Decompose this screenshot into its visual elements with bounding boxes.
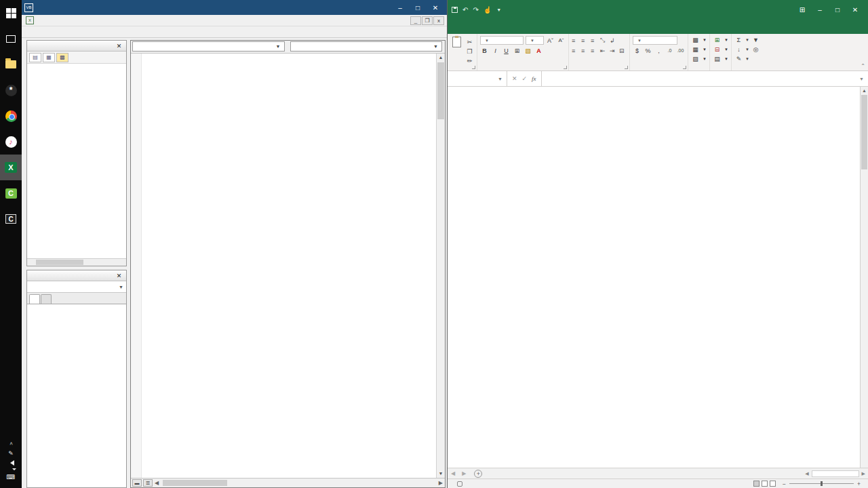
capture-button[interactable]: C bbox=[0, 206, 22, 232]
vba-titlebar[interactable]: VB – □ ✕ bbox=[22, 0, 447, 15]
merge-center-icon[interactable]: ⊟ bbox=[619, 47, 627, 54]
increase-indent-icon[interactable]: ⇥ bbox=[610, 47, 617, 54]
new-sheet-button[interactable]: + bbox=[474, 470, 482, 478]
align-right-icon[interactable]: ≡ bbox=[591, 47, 598, 54]
full-module-view-icon[interactable]: ☰ bbox=[143, 479, 153, 487]
camtasia-button[interactable]: C bbox=[0, 180, 22, 206]
scrollbar-thumb[interactable] bbox=[163, 480, 227, 486]
file-explorer-button[interactable] bbox=[0, 52, 22, 77]
tray-keyboard-icon[interactable]: ⌨ bbox=[5, 474, 16, 481]
scroll-up-icon[interactable]: ▲ bbox=[861, 87, 868, 94]
macro-record-icon[interactable] bbox=[457, 481, 462, 487]
italic-button[interactable]: I bbox=[491, 46, 500, 55]
fill-icon[interactable]: ↓ bbox=[734, 45, 743, 54]
name-box[interactable]: ▼ bbox=[448, 71, 507, 86]
ribbon-display-options-icon[interactable]: ⊞ bbox=[793, 3, 811, 16]
asterisk-app-button[interactable]: * bbox=[0, 77, 22, 103]
comma-style-icon[interactable]: , bbox=[654, 46, 663, 55]
dialog-launcher-icon[interactable] bbox=[683, 66, 686, 69]
page-layout-view-icon[interactable] bbox=[762, 481, 768, 487]
itunes-button[interactable]: ♪ bbox=[0, 129, 22, 155]
font-size-combo[interactable]: ▼ bbox=[526, 36, 544, 45]
zoom-in-icon[interactable]: + bbox=[857, 481, 861, 487]
qat-customize-icon[interactable]: ▼ bbox=[496, 7, 501, 12]
tray-expand-icon[interactable]: > bbox=[5, 440, 16, 447]
view-object-icon[interactable]: ▦ bbox=[43, 53, 55, 62]
properties-panel-header[interactable]: ✕ bbox=[27, 270, 126, 281]
view-code-icon[interactable]: ▤ bbox=[29, 53, 41, 62]
vba-close-button[interactable]: ✕ bbox=[427, 1, 444, 14]
align-left-icon[interactable]: ≡ bbox=[572, 47, 579, 54]
vba-minimize-button[interactable]: – bbox=[391, 1, 409, 14]
code-vscrollbar[interactable]: ▲ ▼ bbox=[436, 54, 445, 478]
zoom-control[interactable]: − + bbox=[783, 481, 864, 487]
dialog-launcher-icon[interactable] bbox=[472, 66, 475, 69]
align-middle-icon[interactable]: ≡ bbox=[581, 37, 589, 44]
insert-function-icon[interactable]: fx bbox=[532, 75, 536, 82]
paste-button[interactable] bbox=[450, 36, 463, 65]
project-panel-header[interactable]: ✕ bbox=[27, 41, 126, 52]
find-select-icon[interactable]: ◎ bbox=[751, 45, 760, 54]
grid-vscrollbar[interactable]: ▲ bbox=[860, 87, 868, 468]
decrease-indent-icon[interactable]: ⇤ bbox=[600, 47, 608, 54]
expand-formula-bar-icon[interactable]: ▼ bbox=[859, 77, 868, 81]
page-break-view-icon[interactable] bbox=[770, 481, 776, 487]
sheet-nav-right-icon[interactable]: ▶ bbox=[458, 470, 469, 476]
chrome-button[interactable] bbox=[0, 103, 22, 129]
mdi-minimize-button[interactable]: _ bbox=[410, 16, 421, 25]
copy-icon[interactable]: ❐ bbox=[465, 47, 474, 56]
mdi-close-button[interactable]: x bbox=[433, 16, 444, 25]
scroll-up-icon[interactable]: ▲ bbox=[437, 54, 445, 62]
tab-categorized[interactable] bbox=[41, 294, 52, 304]
shrink-font-icon[interactable]: Aˇ bbox=[557, 36, 566, 45]
procedure-view-icon[interactable]: ▬ bbox=[132, 479, 142, 487]
save-icon[interactable] bbox=[452, 7, 458, 13]
scrollbar-thumb[interactable] bbox=[861, 95, 867, 169]
redo-icon[interactable]: ↷ bbox=[473, 6, 478, 14]
align-center-icon[interactable]: ≡ bbox=[581, 47, 589, 54]
worksheet-grid[interactable] bbox=[448, 87, 860, 468]
cut-icon[interactable]: ✂ bbox=[465, 37, 474, 46]
orientation-icon[interactable]: ⤡ bbox=[600, 37, 608, 44]
underline-button[interactable]: U bbox=[502, 46, 511, 55]
start-button[interactable] bbox=[0, 0, 22, 26]
project-panel-close-icon[interactable]: ✕ bbox=[115, 43, 123, 49]
sheet-nav-left-icon[interactable]: ◀ bbox=[448, 470, 458, 476]
clear-icon[interactable]: ✎ bbox=[734, 55, 743, 64]
insert-cells-button[interactable]: ⊞▼ bbox=[713, 36, 728, 45]
properties-panel-close-icon[interactable]: ✕ bbox=[115, 272, 123, 279]
cancel-icon[interactable]: ✕ bbox=[512, 75, 517, 82]
scroll-left-icon[interactable]: ◀ bbox=[153, 480, 159, 486]
undo-icon[interactable]: ↶ bbox=[462, 6, 468, 14]
scroll-right-icon[interactable]: ▶ bbox=[439, 480, 445, 486]
tray-volume-icon[interactable] bbox=[5, 460, 16, 467]
task-view-button[interactable] bbox=[0, 26, 22, 52]
project-tree-hscrollbar[interactable] bbox=[27, 258, 126, 266]
font-name-combo[interactable]: ▼ bbox=[480, 36, 524, 45]
format-painter-icon[interactable]: ✏ bbox=[465, 56, 474, 65]
format-cells-button[interactable]: ▤▼ bbox=[713, 55, 728, 64]
object-dropdown[interactable]: ▼ bbox=[132, 41, 285, 52]
conditional-formatting-button[interactable]: ▩▼ bbox=[691, 36, 707, 45]
wrap-text-icon[interactable]: ↲ bbox=[610, 37, 617, 44]
dialog-launcher-icon[interactable] bbox=[564, 66, 567, 69]
object-selector[interactable]: ▼ bbox=[27, 281, 126, 293]
format-as-table-button[interactable]: ▦▼ bbox=[691, 45, 707, 54]
tab-alphabetic[interactable] bbox=[29, 294, 40, 304]
accounting-format-icon[interactable]: $ bbox=[633, 46, 642, 55]
grid-hscrollbar[interactable]: ◀ ▶ bbox=[804, 468, 868, 479]
toggle-folders-icon[interactable]: ▩ bbox=[56, 53, 68, 62]
tray-pen-icon[interactable]: ✎ bbox=[5, 450, 16, 457]
borders-icon[interactable]: ⊞ bbox=[513, 46, 521, 55]
delete-cells-button[interactable]: ⊟▼ bbox=[713, 45, 728, 54]
increase-decimal-icon[interactable]: .0 bbox=[665, 46, 674, 55]
dialog-launcher-icon[interactable] bbox=[625, 66, 628, 69]
excel-minimize-button[interactable]: – bbox=[811, 3, 829, 16]
sort-filter-icon[interactable]: ▼ bbox=[751, 36, 760, 45]
code-area[interactable]: ▲ ▼ bbox=[131, 54, 445, 478]
zoom-slider[interactable] bbox=[821, 481, 823, 486]
decrease-decimal-icon[interactable]: .00 bbox=[676, 46, 685, 55]
enter-icon[interactable]: ✓ bbox=[522, 75, 528, 82]
code-text[interactable] bbox=[142, 54, 436, 478]
excel-restore-button[interactable]: □ bbox=[829, 3, 846, 16]
